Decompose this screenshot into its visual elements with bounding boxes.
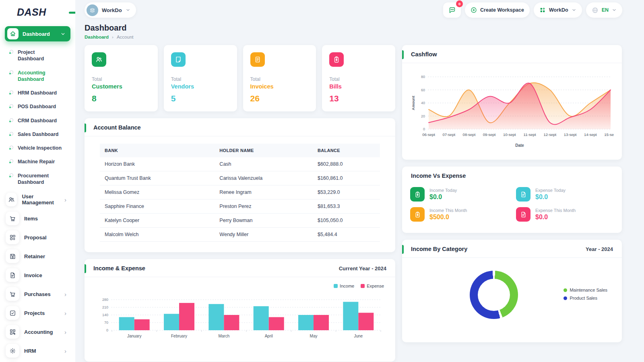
sidebar-nav: Project DashboardAccounting DashboardHRM…: [0, 45, 75, 362]
svg-text:40: 40: [421, 101, 425, 105]
sidebar-item-label: CRM Dashboard: [18, 117, 57, 124]
sidebar-item-hrm[interactable]: HRM›: [0, 342, 75, 359]
bullet-icon: [10, 118, 13, 122]
chevron-right-icon: ›: [64, 329, 66, 335]
sidebar-item-pos-dashboard[interactable]: POS Dashboard: [0, 100, 75, 113]
legend-swatch: [564, 296, 567, 300]
income-vs-expense-header: Income Vs Expense: [402, 167, 622, 181]
cart-icon: [6, 212, 19, 225]
right-column: Cashflow 80604020006-sept07-sept08-sept0…: [402, 45, 622, 342]
svg-text:08-sept: 08-sept: [463, 132, 476, 137]
sidebar-item-label: Accounting Dashboard: [18, 70, 62, 83]
account-balance-table: BANKHOLDER NAMEBALANCE Horizon BankCash$…: [100, 144, 380, 242]
sidebar-item-invoice[interactable]: Invoice: [0, 267, 75, 284]
donut-legend: Maintenance SalesProduct Sales: [564, 288, 607, 300]
qr-icon: [6, 325, 19, 339]
stat-card-customers: Total Customers 8: [85, 45, 158, 111]
table-cell: Horizon Bank: [100, 157, 215, 171]
bullet-icon: [10, 90, 13, 94]
svg-text:13-sept: 13-sept: [564, 132, 577, 137]
messages-button[interactable]: 0: [443, 2, 461, 18]
table-cell: $160,861.0: [313, 171, 380, 185]
table-cell: Carissa Valenzuela: [215, 171, 313, 185]
stat-card-vendors: Total Vendors 5: [164, 45, 237, 111]
sidebar-item-vehicle-inspection[interactable]: Vehicle Inspection: [0, 141, 75, 155]
bullet-icon: [10, 104, 13, 108]
table-cell: Renee Ingram: [215, 185, 313, 200]
sidebar-item-label: Items: [24, 216, 38, 222]
income-expense-card: Income & Expense Current Year - 2024 Inc…: [85, 259, 395, 362]
sidebar-item-dashboard[interactable]: Dashboard: [5, 26, 70, 41]
sidebar-item-sales-dashboard[interactable]: Sales Dashboard: [0, 128, 75, 141]
legend-item-product-sales[interactable]: Product Sales: [564, 296, 607, 300]
svg-text:60: 60: [421, 88, 425, 92]
sidebar-item-label: Projects: [24, 310, 45, 316]
language-selector[interactable]: EN: [586, 2, 622, 18]
page-head: Dashboard Dashboard › Account: [85, 23, 644, 39]
legend-label: Product Sales: [570, 296, 597, 300]
svg-text:280: 280: [102, 298, 108, 302]
legend-item-income[interactable]: Income: [334, 284, 354, 288]
sidebar-item-accounting-dashboard[interactable]: Accounting Dashboard: [0, 66, 75, 86]
chevron-down-icon: [126, 8, 130, 12]
workspace-switcher[interactable]: WorkDo: [85, 2, 136, 18]
create-workspace-button[interactable]: Create Workspace: [465, 2, 530, 18]
stat-card-invoices: Total Invoices 26: [243, 45, 316, 111]
layout-icon: [6, 230, 19, 244]
sidebar-item-retainer[interactable]: Retainer: [0, 248, 75, 265]
svg-text:210: 210: [102, 305, 108, 309]
svg-text:11-sept: 11-sept: [524, 132, 536, 137]
bill-icon: [410, 187, 425, 202]
legend-label: Maintenance Sales: [570, 288, 607, 292]
bar-chart-legend: IncomeExpense: [85, 277, 395, 288]
workspace-name: WorkDo: [102, 7, 122, 13]
sidebar-item-hrm-dashboard[interactable]: HRM Dashboard: [0, 86, 75, 100]
page-title: Dashboard: [85, 23, 644, 33]
legend-item-expense[interactable]: Expense: [361, 284, 384, 288]
chevron-right-icon: ›: [64, 291, 66, 297]
table-cell: Wendy Miller: [215, 228, 313, 242]
note-icon: [171, 52, 186, 67]
sidebar-item-label: Retainer: [24, 253, 45, 259]
svg-text:April: April: [265, 334, 273, 338]
account-balance-card: Account Balance BANKHOLDER NAMEBALANCE H…: [85, 118, 395, 252]
table-cell: $105,050.0: [313, 214, 380, 228]
svg-text:06-sept: 06-sept: [422, 132, 435, 137]
sidebar-item-accounting[interactable]: Accounting›: [0, 323, 75, 340]
sidebar-item-label: Procurement Dashboard: [18, 173, 62, 186]
chevron-down-icon: [60, 31, 66, 37]
workspace-menu-button[interactable]: WorkDo: [534, 2, 582, 18]
legend-label: Expense: [367, 284, 384, 288]
cashflow-card: Cashflow 80604020006-sept07-sept08-sept0…: [402, 45, 622, 160]
table-header-row: BANKHOLDER NAMEBALANCE: [100, 144, 380, 157]
chevron-right-icon: ›: [64, 197, 66, 203]
card-subtitle: Current Year - 2024: [339, 265, 386, 272]
income-by-category-card: Income By Category Year - 2024 Maintenan…: [402, 240, 622, 342]
chevron-right-icon: ›: [64, 310, 66, 316]
sidebar-item-machine-repair[interactable]: Machine Repair: [0, 155, 75, 169]
sidebar-item-purchases[interactable]: Purchases›: [0, 286, 75, 302]
bullet-icon: [10, 50, 13, 53]
sidebar-item-project-dashboard[interactable]: Project Dashboard: [0, 45, 75, 66]
sidebar-item-proposal[interactable]: Proposal: [0, 229, 75, 246]
svg-text:Amount: Amount: [411, 95, 415, 110]
chevron-right-icon: ›: [64, 348, 66, 354]
table-cell: $602,888.0: [313, 157, 380, 171]
sidebar-item-label: Invoice: [24, 272, 42, 278]
grid-plus-icon: [539, 7, 546, 13]
language-label: EN: [602, 7, 609, 13]
sidebar-item-user-management[interactable]: User Management›: [0, 191, 75, 208]
table-row: Malcolm WelchWendy Miller$5,484.4: [100, 228, 380, 242]
cashflow-header: Cashflow: [402, 45, 622, 63]
sidebar-item-crm-dashboard[interactable]: CRM Dashboard: [0, 114, 75, 128]
sidebar-item-projects[interactable]: Projects›: [0, 304, 75, 321]
brand-logo[interactable]: DASH: [17, 6, 75, 18]
bullet-icon: [10, 173, 13, 177]
sidebar-item-items[interactable]: Items: [0, 210, 75, 227]
breadcrumb-dashboard-link[interactable]: Dashboard: [85, 35, 109, 39]
expense-this-month-item: Expense This Month $0.0: [516, 207, 614, 222]
left-column: Total Customers 8 Total Vendors 5: [85, 45, 395, 362]
sidebar-item-procurement-dashboard[interactable]: Procurement Dashboard: [0, 169, 75, 189]
legend-item-maintenance-sales[interactable]: Maintenance Sales: [564, 288, 607, 292]
app-root: DASH Dashboard Project DashboardAccounti…: [0, 0, 644, 362]
